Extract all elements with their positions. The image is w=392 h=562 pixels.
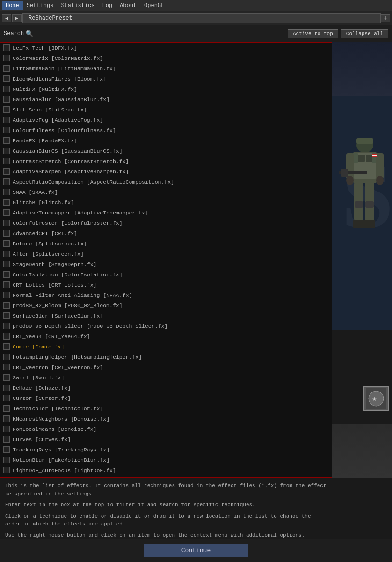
effect-checkbox[interactable] — [3, 446, 10, 453]
effect-item[interactable]: LiftGammaGain [LiftGammaGain.fx] — [0, 63, 332, 74]
effect-checkbox[interactable] — [3, 65, 10, 72]
effect-item[interactable]: TrackingRays [TrackingRays.fx] — [0, 444, 332, 455]
effect-checkbox[interactable] — [3, 261, 10, 267]
effect-item[interactable]: ContrastStretch [ContrastStretch.fx] — [0, 156, 332, 166]
effect-item[interactable]: ColorMatrix [ColorMatrix.fx] — [0, 53, 332, 63]
effect-checkbox[interactable] — [3, 96, 10, 103]
effect-item[interactable]: AdvancedCRT [CRT.fx] — [0, 228, 332, 238]
effect-checkbox[interactable] — [3, 354, 10, 360]
tab-add-button[interactable]: + — [381, 14, 390, 22]
effect-item[interactable]: MotionBlur [FakeMotionBlur.fx] — [0, 455, 332, 465]
effect-checkbox[interactable] — [3, 281, 10, 288]
effect-item[interactable]: NonLocalMeans [Denoise.fx] — [0, 424, 332, 434]
effect-item[interactable]: CRT_Veetron [CRT_Veetron.fx] — [0, 362, 332, 372]
effect-item[interactable]: ColorIsolation [ColorIsolation.fx] — [0, 269, 332, 280]
menu-settings[interactable]: Settings — [23, 1, 58, 10]
effect-item[interactable]: Curves [Curves.fx] — [0, 434, 332, 444]
effect-item[interactable]: AdaptiveSharpen [AdaptiveSharpen.fx] — [0, 166, 332, 177]
effect-item[interactable]: Comic [Comic.fx] — [0, 341, 332, 352]
effect-item[interactable]: SurfaceBlur [SurfaceBlur.fx] — [0, 311, 332, 321]
effect-item[interactable]: AspectRatioComposition [AspectRatioCompo… — [0, 177, 332, 187]
effect-checkbox[interactable] — [3, 302, 10, 309]
effect-checkbox[interactable] — [3, 55, 10, 61]
effect-item[interactable]: ColorfulPoster [ColorfulPoster.fx] — [0, 218, 332, 228]
effect-checkbox[interactable] — [3, 117, 10, 123]
effects-panel[interactable]: LeiFx_Tech [3DFX.fx]ColorMatrix [ColorMa… — [0, 42, 332, 478]
tab-prev-button[interactable]: ◀ — [2, 14, 11, 22]
effect-checkbox[interactable] — [3, 137, 10, 144]
effect-checkbox[interactable] — [3, 158, 10, 164]
effect-checkbox[interactable] — [3, 251, 10, 257]
effect-item[interactable]: Normal_Filter_Anti_Aliasing [NFAA.fx] — [0, 290, 332, 300]
effect-item[interactable]: MultiFX [MultiFX.fx] — [0, 84, 332, 94]
menu-statistics[interactable]: Statistics — [57, 1, 98, 10]
effect-checkbox[interactable] — [3, 374, 10, 381]
effect-checkbox[interactable] — [3, 333, 10, 340]
tab-label[interactable]: ReShadePreset — [22, 13, 381, 23]
effect-checkbox[interactable] — [3, 209, 10, 216]
menu-about[interactable]: About — [116, 1, 140, 10]
effect-item[interactable]: Colourfulness [Colourfulness.fx] — [0, 125, 332, 135]
menu-home[interactable]: Home — [2, 1, 23, 10]
effect-checkbox[interactable] — [3, 415, 10, 422]
effect-checkbox[interactable] — [3, 426, 10, 432]
effect-item[interactable]: prod80_06_Depth_Slicer [PD80_06_Depth_Sl… — [0, 321, 332, 331]
effect-item[interactable]: CRT_Lottes [CRT_Lottes.fx] — [0, 280, 332, 290]
effect-checkbox[interactable] — [3, 364, 10, 370]
effect-item[interactable]: StageDepth [StageDepth.fx] — [0, 259, 332, 269]
effect-checkbox[interactable] — [3, 405, 10, 412]
effect-item[interactable]: AdaptiveFog [AdaptiveFog.fx] — [0, 115, 332, 125]
effect-item[interactable]: AdaptiveTonemapper [AdaptiveTonemapper.f… — [0, 207, 332, 218]
effect-name: CRT_Veetron [CRT_Veetron.fx] — [13, 364, 103, 370]
effect-item[interactable]: Before [Splitscreen.fx] — [0, 238, 332, 249]
effect-item[interactable]: Technicolor [Technicolor.fx] — [0, 403, 332, 414]
continue-button[interactable]: Continue — [144, 544, 248, 557]
effect-item[interactable]: LightDoF_AutoFocus [LightDoF.fx] — [0, 465, 332, 475]
background-image: S — [332, 42, 392, 478]
menu-opengl[interactable]: OpenGL — [140, 1, 168, 10]
effect-item[interactable]: prod80_02_Bloom [PD80_02_Bloom.fx] — [0, 300, 332, 311]
effect-item[interactable]: GlitchB [Glitch.fx] — [0, 197, 332, 207]
effect-item[interactable]: KNearestNeighbors [Denoise.fx] — [0, 414, 332, 424]
effect-checkbox[interactable] — [3, 178, 10, 185]
tab-next-button[interactable]: ▶ — [12, 14, 22, 22]
effect-checkbox[interactable] — [3, 44, 10, 51]
effect-item[interactable]: HotsamplingHelper [HotsamplingHelper.fx] — [0, 352, 332, 362]
effect-checkbox[interactable] — [3, 168, 10, 175]
effect-checkbox[interactable] — [3, 86, 10, 92]
effect-checkbox[interactable] — [3, 292, 10, 298]
effect-item[interactable]: Slit Scan [SlitScan.fx] — [0, 104, 332, 115]
effect-checkbox[interactable] — [3, 106, 10, 113]
effect-checkbox[interactable] — [3, 271, 10, 278]
menu-log[interactable]: Log — [98, 1, 116, 10]
effect-item[interactable]: SMAA [SMAA.fx] — [0, 187, 332, 197]
effect-checkbox[interactable] — [3, 148, 10, 154]
effect-checkbox[interactable] — [3, 436, 10, 443]
effect-item[interactable]: GaussianBlurCS [GaussianBlurCS.fx] — [0, 146, 332, 156]
effect-item[interactable]: GaussianBlur [GaussianBlur.fx] — [0, 94, 332, 104]
collapse-all-button[interactable]: Collapse all — [341, 29, 388, 38]
active-to-top-button[interactable]: Active to top — [288, 29, 338, 38]
effect-checkbox[interactable] — [3, 457, 10, 463]
effect-item[interactable]: Cursor [Cursor.fx] — [0, 393, 332, 403]
effect-checkbox[interactable] — [3, 240, 10, 247]
effect-checkbox[interactable] — [3, 385, 10, 391]
effect-item[interactable]: BloomAndLensFlares [Bloom.fx] — [0, 74, 332, 84]
effect-item[interactable]: PandaFX [PandaFX.fx] — [0, 135, 332, 146]
effect-item[interactable]: Swirl [Swirl.fx] — [0, 372, 332, 383]
effect-checkbox[interactable] — [3, 230, 10, 237]
effect-checkbox[interactable] — [3, 199, 10, 206]
effect-checkbox[interactable] — [3, 395, 10, 401]
effect-item[interactable]: LeiFx_Tech [3DFX.fx] — [0, 43, 332, 53]
effect-checkbox[interactable] — [3, 343, 10, 350]
effect-checkbox[interactable] — [3, 467, 10, 473]
effect-checkbox[interactable] — [3, 323, 10, 329]
effect-checkbox[interactable] — [3, 189, 10, 195]
effect-checkbox[interactable] — [3, 220, 10, 226]
effect-checkbox[interactable] — [3, 75, 10, 82]
effect-checkbox[interactable] — [3, 312, 10, 319]
effect-item[interactable]: After [Splitscreen.fx] — [0, 249, 332, 259]
effect-item[interactable]: DeHaze [Dehaze.fx] — [0, 383, 332, 393]
effect-checkbox[interactable] — [3, 127, 10, 133]
effect-item[interactable]: CRT_Yee64 [CRT_Yee64.fx] — [0, 331, 332, 341]
